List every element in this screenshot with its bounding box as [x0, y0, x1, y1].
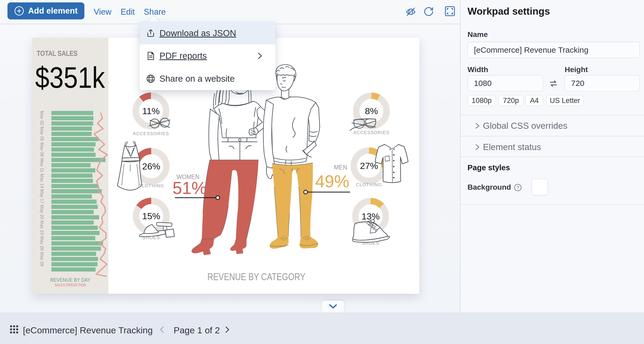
svg-text:May 05: May 05	[39, 127, 44, 141]
svg-text:SALES PREDICTION: SALES PREDICTION	[55, 283, 86, 287]
svg-text:REVENUE BY DAY: REVENUE BY DAY	[50, 277, 91, 283]
svg-text:May 26: May 26	[39, 236, 44, 251]
svg-text:?: ?	[516, 185, 519, 190]
svg-text:May 20: May 20	[39, 205, 44, 219]
svg-text:TOTAL SALES: TOTAL SALES	[37, 49, 77, 57]
svg-text:11%: 11%	[142, 106, 160, 116]
svg-text:49%: 49%	[315, 172, 349, 191]
svg-text:SHOES: SHOES	[142, 235, 160, 240]
svg-text:May 11: May 11	[39, 158, 44, 172]
svg-text:ACCESSORIES: ACCESSORIES	[353, 130, 389, 135]
svg-text:27%: 27%	[360, 161, 378, 171]
svg-text:15%: 15%	[142, 211, 160, 221]
svg-text:REVENUE BY CATEGORY: REVENUE BY CATEGORY	[207, 271, 305, 282]
svg-text:ACCESSORIES: ACCESSORIES	[133, 131, 169, 136]
svg-text:May 29: May 29	[39, 252, 44, 266]
svg-text:51%: 51%	[173, 179, 207, 198]
svg-text:May 23: May 23	[39, 221, 44, 235]
svg-text:MEN: MEN	[334, 164, 347, 171]
svg-text:CLOTHING: CLOTHING	[356, 182, 382, 187]
svg-text:8%: 8%	[365, 106, 378, 116]
svg-text:May 02: May 02	[39, 111, 44, 125]
svg-text:May 08: May 08	[39, 142, 44, 157]
svg-text:May 14: May 14	[39, 174, 44, 188]
svg-text:13%: 13%	[362, 211, 380, 221]
svg-text:May 17: May 17	[39, 189, 44, 204]
svg-text:CLOTHING: CLOTHING	[138, 183, 164, 188]
svg-text:SHOES: SHOES	[362, 241, 379, 246]
svg-text:$351k: $351k	[35, 61, 105, 94]
svg-text:26%: 26%	[142, 161, 160, 171]
